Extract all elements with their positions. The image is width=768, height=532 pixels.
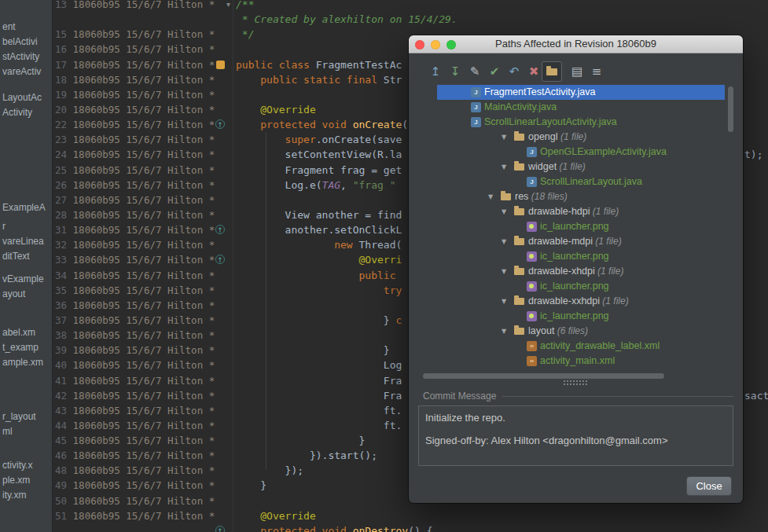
project-tree-item[interactable]: vExample	[2, 273, 44, 285]
gutter-annotation[interactable]: 16 18060b95 15/6/7 Hilton *	[55, 42, 215, 57]
gutter-annotation[interactable]: 27 18060b95 15/6/7 Hilton *	[55, 193, 215, 207]
gutter-annotation[interactable]: 18 18060b95 15/6/7 Hilton *	[55, 72, 215, 87]
gutter-annotation[interactable]: 26 18060b95 15/6/7 Hilton *	[55, 178, 215, 193]
chevron-down-icon[interactable]: ▼	[502, 160, 506, 174]
code-line[interactable]: public static final Str	[236, 72, 402, 87]
gutter-annotation[interactable]: 44 18060b95 15/6/7 Hilton *	[55, 418, 215, 433]
tree-item-folder[interactable]: ▼drawable-xhdpi (1 file)	[409, 264, 743, 279]
tree-item-file[interactable]: JOpenGLExampleActivity.java	[409, 145, 743, 160]
code-line[interactable]: }	[236, 343, 390, 358]
code-line[interactable]: try	[236, 283, 402, 298]
override-method-icon[interactable]: ↑	[215, 225, 225, 234]
gutter-annotation[interactable]: 45 18060b95 15/6/7 Hilton *	[55, 433, 215, 448]
code-line[interactable]: /**	[236, 0, 254, 12]
tree-horizontal-scrollbar[interactable]	[423, 373, 664, 379]
class-marker-icon[interactable]	[216, 61, 225, 69]
chevron-down-icon[interactable]: ▼	[488, 189, 493, 204]
project-tree-item[interactable]: ple.xm	[2, 474, 30, 486]
gutter-annotation[interactable]: 28 18060b95 15/6/7 Hilton *	[55, 207, 215, 222]
gutter-annotation[interactable]: 35 18060b95 15/6/7 Hilton *	[55, 283, 215, 298]
code-line[interactable]: Log.e(TAG, "frag "	[236, 178, 396, 193]
project-tree-item[interactable]: Activity	[2, 106, 32, 119]
chevron-down-icon[interactable]: ▼	[502, 264, 506, 279]
close-button[interactable]: Close	[686, 476, 732, 496]
gutter-annotation[interactable]: 19 18060b95 15/6/7 Hilton *	[55, 87, 215, 102]
project-tree-item[interactable]: ctivity.x	[2, 459, 32, 471]
gutter-annotation[interactable]: 49 18060b95 15/6/7 Hilton *	[55, 478, 215, 493]
gutter-annotation[interactable]: 34 18060b95 15/6/7 Hilton *	[55, 268, 215, 283]
tree-item-folder[interactable]: ▼layout (6 files)	[409, 324, 743, 339]
gutter-annotation[interactable]: 31 18060b95 15/6/7 Hilton *	[55, 222, 215, 237]
gutter-annotation[interactable]: 40 18060b95 15/6/7 Hilton *	[55, 358, 215, 372]
override-method-icon[interactable]: ↑	[215, 526, 225, 532]
gutter-annotation[interactable]: 50 18060b95 15/6/7 Hilton *	[55, 493, 215, 508]
gutter-annotation[interactable]: 22 18060b95 15/6/7 Hilton *	[55, 117, 215, 132]
revert-button[interactable]: ↶	[504, 61, 524, 82]
code-line[interactable]: Fra	[236, 373, 402, 388]
code-line[interactable]: View another = find	[236, 207, 402, 222]
override-method-icon[interactable]: ↑	[215, 119, 225, 129]
code-line[interactable]: super.onCreate(save	[236, 132, 402, 147]
project-tree-item[interactable]: ent	[2, 20, 16, 33]
gutter-annotation[interactable]: 36 18060b95 15/6/7 Hilton *	[55, 298, 215, 313]
code-line[interactable]: * Created by alexhilton on 15/4/29.	[236, 12, 457, 27]
tree-item-file[interactable]: ic_launcher.png	[409, 279, 743, 294]
project-tree-item[interactable]: LayoutAc	[2, 91, 42, 104]
gutter-annotation[interactable]: 41 18060b95 15/6/7 Hilton *	[55, 373, 215, 388]
gutter-annotation[interactable]: 42 18060b95 15/6/7 Hilton *	[55, 388, 215, 403]
gutter-annotation[interactable]: 17 18060b95 15/6/7 Hilton *	[55, 57, 215, 72]
code-line[interactable]: new Thread(	[236, 237, 402, 252]
commit-message-box[interactable]: Initialize the repo. Signed-off-by: Alex…	[418, 405, 733, 466]
tree-item-folder[interactable]: ▼drawable-xxhdpi (1 file)	[409, 294, 743, 309]
chevron-down-icon[interactable]: ▼	[502, 234, 506, 249]
chevron-down-icon[interactable]: ▼	[502, 294, 506, 309]
code-line[interactable]: @Override	[236, 102, 316, 117]
project-tree-item[interactable]: r	[2, 220, 6, 233]
show-diff-button[interactable]: ↥	[425, 61, 446, 82]
tree-item-file[interactable]: ‹›activity_main.xml	[409, 354, 743, 369]
code-line[interactable]: @Overri	[236, 252, 402, 267]
filter-button[interactable]: ≡	[586, 61, 607, 82]
project-tree-item[interactable]: abel.xm	[2, 326, 35, 339]
fold-chevron-icon[interactable]: ▾	[226, 0, 230, 12]
gutter-annotation[interactable]: 48 18060b95 15/6/7 Hilton *	[55, 463, 215, 478]
tree-item-folder[interactable]: ▼opengl (1 file)	[409, 130, 743, 145]
gutter-annotation[interactable]: 51 18060b95 15/6/7 Hilton *	[55, 508, 215, 523]
flatten-directories-button[interactable]: ▤	[567, 61, 587, 82]
code-line[interactable]: @Override	[236, 508, 316, 523]
chevron-down-icon[interactable]: ▼	[502, 324, 506, 339]
code-line[interactable]: Fragment frag = get	[236, 163, 402, 178]
code-line[interactable]: ft.	[236, 418, 402, 433]
code-line[interactable]: protected void onCreate(	[236, 117, 408, 132]
project-tree-item[interactable]: ample.xm	[2, 356, 43, 369]
gutter-annotation[interactable]: 38 18060b95 15/6/7 Hilton *	[55, 328, 215, 343]
code-line[interactable]: ft.	[236, 403, 402, 418]
tree-item-file[interactable]: JScrollLinearLayoutActivity.java	[409, 115, 743, 130]
override-method-icon[interactable]: ↑	[215, 255, 225, 264]
code-line[interactable]: Fra	[236, 388, 402, 403]
code-line[interactable]: }	[236, 433, 365, 448]
tree-item-file[interactable]: ‹›activity_drawable_label.xml	[409, 339, 743, 354]
tree-item-folder[interactable]: ▼widget (1 file)	[409, 160, 743, 174]
gutter-annotation[interactable]: 37 18060b95 15/6/7 Hilton *	[55, 313, 215, 328]
tree-item-folder[interactable]: ▼res (18 files)	[409, 189, 743, 204]
project-tree-item[interactable]: vareActiv	[2, 65, 41, 78]
apply-patch-button[interactable]: ✔	[484, 61, 505, 82]
project-tree-item[interactable]: vareLinea	[2, 235, 44, 248]
project-tree-item[interactable]: ml	[2, 425, 13, 438]
project-tree-item[interactable]: ity.xm	[2, 489, 26, 501]
edit-source-button[interactable]: ✎	[465, 61, 485, 82]
gutter-annotation[interactable]: 20 18060b95 15/6/7 Hilton *	[55, 102, 215, 117]
code-line[interactable]: setContentView(R.la	[236, 147, 402, 162]
gutter-annotation[interactable]: 24 18060b95 15/6/7 Hilton *	[55, 147, 215, 162]
gutter-annotation[interactable]: 46 18060b95 15/6/7 Hilton *	[55, 448, 215, 463]
code-line[interactable]: } c	[236, 313, 402, 328]
project-tree-item[interactable]: t_examp	[2, 341, 39, 354]
project-tree-item[interactable]: belActivi	[2, 35, 38, 48]
code-line[interactable]: }).start();	[236, 448, 377, 463]
tree-item-file[interactable]: JFragmentTestActivity.java	[409, 85, 743, 100]
gutter-annotation[interactable]: 32 18060b95 15/6/7 Hilton *	[55, 237, 215, 252]
tree-item-folder[interactable]: ▼drawable-hdpi (1 file)	[409, 204, 743, 219]
gutter-annotation[interactable]: 39 18060b95 15/6/7 Hilton *	[55, 343, 215, 358]
tree-item-file[interactable]: ic_launcher.png	[409, 219, 743, 234]
